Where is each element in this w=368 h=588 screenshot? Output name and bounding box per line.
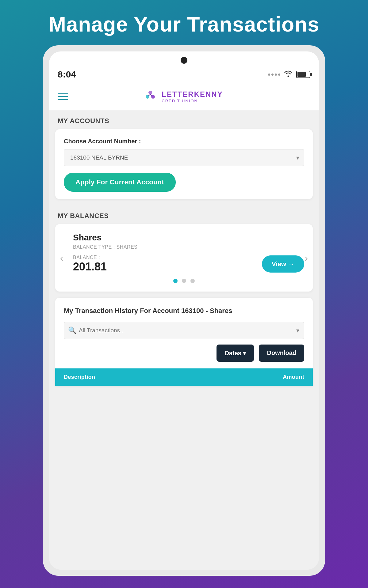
- table-col-description: Description: [64, 374, 95, 380]
- logo-icon: [143, 88, 157, 105]
- phone-frame: 8:04: [43, 45, 325, 576]
- logo-name: LETTERKENNY: [162, 90, 223, 99]
- balance-card: ‹ › Shares BALANCE TYPE : SHARES BALANCE…: [55, 224, 313, 292]
- battery-icon: [296, 71, 310, 78]
- balance-prev-button[interactable]: ‹: [57, 249, 67, 267]
- status-icons: [268, 70, 310, 79]
- balance-type-label: BALANCE TYPE : SHARES: [73, 244, 304, 250]
- search-icon: 🔍: [68, 326, 76, 334]
- hamburger-line-1: [58, 93, 68, 94]
- status-time: 8:04: [58, 69, 76, 80]
- carousel-dots: [64, 279, 304, 283]
- balance-next-button[interactable]: ›: [301, 249, 311, 267]
- hamburger-line-3: [58, 99, 68, 100]
- my-balances-section-label: MY BALANCES: [49, 205, 319, 224]
- balance-amount: 201.81: [73, 260, 107, 273]
- action-buttons: Dates ▾ Download: [64, 345, 304, 362]
- page-header: Manage Your Transactions: [0, 0, 368, 45]
- transaction-history-card: My Transaction History For Account 16310…: [55, 298, 313, 386]
- signal-dot-4: [278, 74, 280, 76]
- wifi-icon: [284, 70, 293, 79]
- battery-fill: [297, 72, 306, 77]
- my-accounts-section-label: MY ACCOUNTS: [49, 110, 319, 129]
- hamburger-line-2: [58, 96, 68, 97]
- page-title: Manage Your Transactions: [18, 12, 350, 36]
- phone-inner: 8:04: [49, 51, 319, 570]
- balance-info: BALANCE : 201.81: [73, 255, 107, 273]
- logo-subtitle: CREDIT UNION: [162, 99, 223, 103]
- view-button[interactable]: View →: [262, 255, 304, 273]
- logo-area: LETTERKENNY CREDIT UNION: [143, 88, 223, 105]
- status-bar: 8:04: [49, 67, 319, 83]
- dates-button[interactable]: Dates ▾: [217, 345, 254, 362]
- table-col-amount: Amount: [283, 374, 304, 380]
- carousel-dot-2[interactable]: [182, 279, 186, 283]
- hamburger-menu-icon[interactable]: [58, 93, 68, 100]
- camera-dot: [181, 57, 187, 64]
- signal-icon: [268, 74, 280, 76]
- search-wrapper[interactable]: 🔍 ▾: [64, 322, 304, 339]
- signal-dot-1: [268, 74, 270, 76]
- balance-type-title: Shares: [73, 233, 304, 243]
- camera-area: [49, 51, 319, 67]
- signal-dot-2: [271, 74, 274, 76]
- logo-text-block: LETTERKENNY CREDIT UNION: [162, 90, 223, 103]
- apply-current-account-button[interactable]: Apply For Current Account: [64, 173, 176, 192]
- balance-label: BALANCE :: [73, 255, 107, 260]
- account-number-select[interactable]: 163100 NEAL BYRNE: [64, 149, 304, 166]
- app-navbar: LETTERKENNY CREDIT UNION: [49, 83, 319, 110]
- carousel-dot-3[interactable]: [190, 279, 195, 283]
- transaction-history-title: My Transaction History For Account 16310…: [64, 306, 304, 316]
- carousel-dot-1[interactable]: [173, 279, 178, 283]
- search-input[interactable]: [64, 322, 304, 339]
- account-number-label: Choose Account Number :: [64, 138, 304, 145]
- download-button[interactable]: Download: [259, 345, 304, 362]
- signal-dot-3: [275, 74, 277, 76]
- svg-point-0: [148, 91, 152, 94]
- transaction-table-header: Description Amount: [55, 368, 313, 386]
- account-select-wrapper[interactable]: 163100 NEAL BYRNE ▾: [64, 149, 304, 166]
- app-content: MY ACCOUNTS Choose Account Number : 1631…: [49, 110, 319, 570]
- my-accounts-card: Choose Account Number : 163100 NEAL BYRN…: [55, 129, 313, 199]
- balance-row: BALANCE : 201.81 View →: [73, 255, 304, 273]
